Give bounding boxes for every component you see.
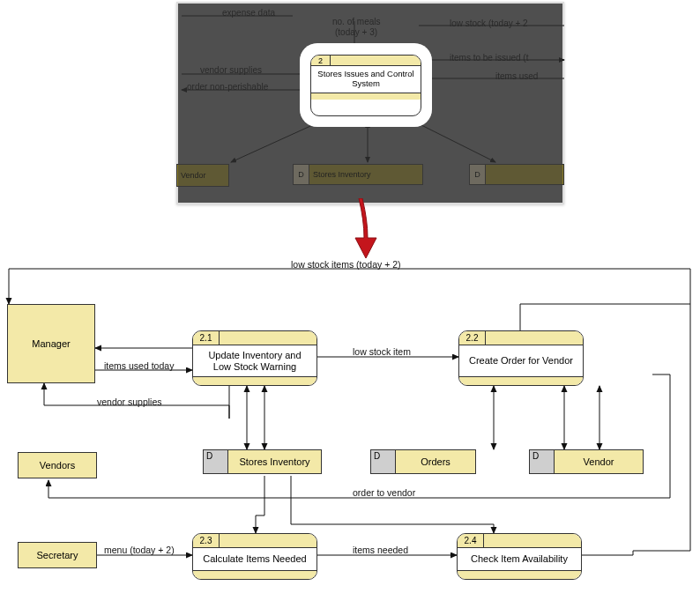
datastore-tag: D — [371, 450, 396, 473]
actor-vendors: Vendors — [18, 452, 97, 478]
process-2-3: 2.3 Calculate Items Needed — [192, 533, 317, 580]
actor-label: Vendors — [40, 460, 75, 471]
thumb-label: expense data — [222, 8, 275, 18]
datastore-label: Orders — [396, 450, 475, 473]
datastore-label: Vendor — [555, 450, 643, 473]
flow-label: low stock items (today + 2) — [291, 259, 401, 270]
process-badge: 2.2 — [459, 331, 486, 345]
flow-label: menu (today + 2) — [104, 545, 175, 555]
thumb-label: (today + 3) — [335, 27, 377, 37]
thumb-label: no. of meals — [332, 17, 380, 26]
process-badge: 2.4 — [458, 534, 484, 548]
actor-secretary: Secretary — [18, 542, 97, 568]
datastore-label: Stores Inventory — [228, 450, 321, 473]
process-2-2: 2.2 Create Order for Vendor — [458, 330, 584, 386]
thumb-label: items to be issued (t — [450, 53, 528, 63]
process-name: Calculate Items Needed — [193, 548, 316, 570]
flow-label: items needed — [353, 545, 408, 555]
thumb-label: vendor supplies — [200, 65, 262, 75]
process-badge: 2.1 — [193, 331, 220, 345]
process-name: Check Item Availability — [458, 548, 581, 570]
datastore-stores-inventory: D Stores Inventory — [203, 449, 322, 474]
thumb-ds-stores: DStores Inventory — [293, 164, 423, 185]
process-2-1: 2.1 Update Inventory and Low Stock Warni… — [192, 330, 317, 386]
drilldown-arrow-icon — [348, 198, 384, 260]
process-name: Update Inventory and Low Stock Warning — [193, 345, 316, 376]
overview-thumbnail: expense data no. of meals (today + 3) lo… — [176, 2, 564, 204]
actor-label: Manager — [32, 338, 70, 349]
actor-manager: Manager — [7, 304, 95, 383]
process-name: Create Order for Vendor — [459, 345, 583, 376]
thumb-label: items used — [495, 71, 538, 81]
thumb-ds-right: D — [469, 164, 564, 185]
main-diagram: low stock items (today + 2) items used t… — [0, 260, 700, 608]
process-2-4: 2.4 Check Item Availability — [457, 533, 582, 580]
thumb-actor-vendor: Vendor — [176, 164, 229, 187]
thumb-label: order non-perishable — [187, 82, 268, 92]
actor-label: Secretary — [36, 550, 78, 560]
thumb-label: low stock (today + 2 — [450, 19, 528, 28]
flow-label: vendor supplies — [97, 397, 162, 407]
datastore-vendor: D Vendor — [529, 449, 644, 474]
diagram-connectors — [0, 260, 700, 608]
flow-label: low stock item — [353, 346, 411, 357]
datastore-tag: D — [204, 450, 228, 473]
flow-label: items used today — [104, 360, 174, 371]
flow-label: order to vendor — [353, 487, 415, 498]
process-badge: 2.3 — [193, 534, 220, 548]
datastore-tag: D — [530, 450, 555, 473]
datastore-orders: D Orders — [370, 449, 476, 474]
